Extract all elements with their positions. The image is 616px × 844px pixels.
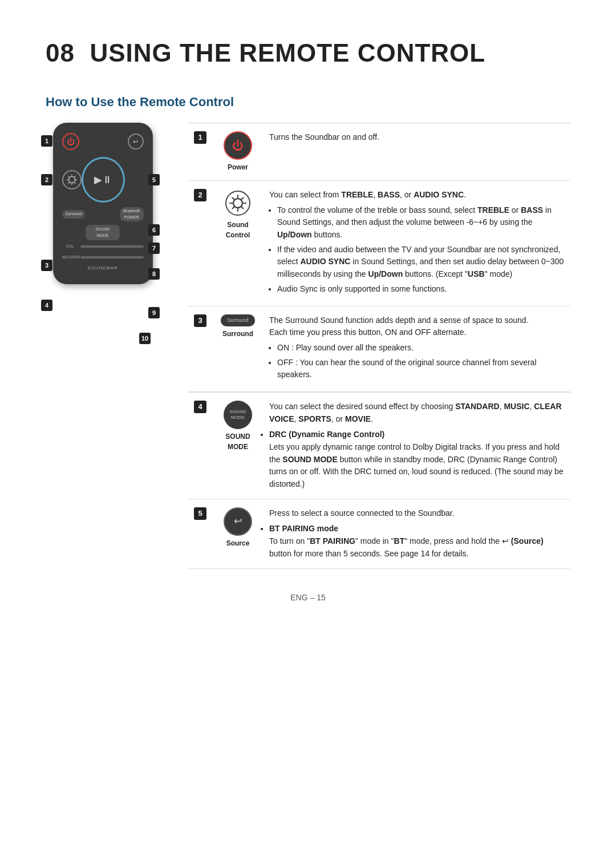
callout-10: 10 [139, 333, 151, 344]
desc-intro-3: The Surround Sound function adds depth a… [269, 316, 529, 337]
icon-cell-5: ↩ Source [212, 499, 264, 568]
callout-7: 7 [148, 243, 160, 254]
icon-cell-1: ⏻ Power [212, 123, 264, 181]
vol-label: VOL [62, 244, 78, 250]
sound-mode-icon: SOUNDMODE [224, 401, 252, 429]
sound-mode-icon-text: SOUNDMODE [230, 409, 246, 420]
bullet-3-2: OFF : You can hear the sound of the orig… [277, 357, 565, 381]
table-row-1: 1 ⏻ Power Turns the Soundbar on and off. [188, 123, 570, 181]
num-cell-4: 4 [188, 392, 212, 499]
surround-icon-label: Surround [218, 329, 258, 339]
icon-cell-4: SOUNDMODE SOUND MODE [212, 392, 264, 499]
desc-cell-5: Press to select a source connected to th… [264, 499, 570, 568]
power-icon-label: Power [218, 162, 258, 172]
woofer-slider [80, 256, 144, 259]
callout-5: 5 [148, 174, 160, 185]
callout-9: 9 [148, 307, 160, 318]
page-footer: ENG – 15 [46, 592, 570, 604]
table-row-4: 4 SOUNDMODE SOUND MODE You can select th… [188, 392, 570, 499]
drc-item: DRC (Dynamic Range Control) Lets you app… [269, 429, 565, 490]
remote-body: ⏻ ↩ ▶⏸ [53, 123, 153, 284]
vol-slider [80, 245, 144, 248]
desc-table: 1 ⏻ Power Turns the Soundbar on and off.… [188, 123, 570, 392]
source-icon-label: Source [218, 538, 258, 548]
bullet-2-3: Audio Sync is only supported in some fun… [277, 283, 565, 296]
gear-large-icon [225, 190, 251, 216]
bt-pairing-desc: To turn on "BT PAIRING" mode in "BT" mod… [269, 536, 544, 558]
circle-nav-remote: ▶⏸ [82, 157, 125, 203]
source-button-remote: ↩ [128, 134, 144, 150]
description-table-top: 1 ⏻ Power Turns the Soundbar on and off.… [188, 123, 570, 569]
callout-6: 6 [148, 224, 160, 236]
woofer-label: WOOFER [62, 255, 78, 261]
desc-cell-3: The Surround Sound function adds depth a… [264, 306, 570, 391]
section-title: How to Use the Remote Control [46, 92, 570, 111]
bullet-2-2: If the video and audio between the TV an… [277, 244, 565, 281]
main-content: 1 2 3 4 5 6 7 8 9 10 ⏻ ↩ [46, 123, 570, 569]
footer-text: ENG – 15 [290, 593, 325, 602]
svg-point-0 [68, 176, 75, 183]
desc-text-1: Turns the Soundbar on and off. [269, 132, 379, 142]
callout-3: 3 [41, 260, 52, 271]
num-cell-5: 5 [188, 499, 212, 568]
source-icon: ↩ [224, 507, 252, 536]
vol-slider-row: VOL [62, 244, 144, 250]
gear-icon [63, 169, 80, 191]
num-box-3: 3 [194, 314, 206, 327]
table-row-5: 5 ↩ Source Press to select a source conn… [188, 499, 570, 568]
sound-control-icon-circle [224, 189, 252, 217]
bullet-2-1: To control the volume of the treble or b… [277, 204, 565, 241]
icon-cell-3: Surround Surround [212, 306, 264, 391]
num-cell-3: 3 [188, 306, 212, 391]
sound-mode-button-remote: SOUNDMODE [86, 225, 120, 240]
desc-intro-5: Press to select a source connected to th… [269, 508, 455, 518]
drc-desc: Lets you apply dynamic range control to … [269, 442, 564, 488]
play-pause-icon: ▶⏸ [94, 172, 112, 188]
callout-2: 2 [41, 174, 52, 185]
woofer-slider-row: WOOFER [62, 255, 144, 261]
page-title: 08 USING THE REMOTE CONTROL [46, 34, 570, 72]
bt-pairing-item: BT PAIRING mode To turn on "BT PAIRING" … [269, 523, 565, 560]
desc-bullets-3: ON : Play sound over all the speakers. O… [277, 342, 565, 381]
table-row-3: 3 Surround Surround The Surround Sound f… [188, 306, 570, 391]
num-box-4: 4 [194, 401, 206, 413]
remote-illustration: 1 2 3 4 5 6 7 8 9 10 ⏻ ↩ [46, 123, 171, 569]
desc-bullets-2: To control the volume of the treble or b… [277, 204, 565, 296]
surround-icon: Surround [221, 314, 255, 327]
num-cell-1: 1 [188, 123, 212, 181]
power-button-remote: ⏻ [62, 133, 79, 150]
desc-table-bottom: 4 SOUNDMODE SOUND MODE You can select th… [188, 392, 570, 569]
svg-point-1 [233, 199, 242, 208]
surround-button-remote: Surround [62, 210, 86, 219]
desc-cell-1: Turns the Soundbar on and off. [264, 123, 570, 181]
desc-drc-list: DRC (Dynamic Range Control) Lets you app… [269, 429, 565, 490]
callout-1: 1 [41, 135, 52, 147]
num-box-2: 2 [194, 189, 206, 201]
desc-cell-2: You can select from TREBLE, BASS, or AUD… [264, 181, 570, 306]
desc-intro-2: You can select from TREBLE, BASS, or AUD… [269, 190, 466, 199]
num-cell-2: 2 [188, 181, 212, 306]
power-icon-circle: ⏻ [224, 131, 252, 160]
callout-8: 8 [148, 268, 160, 280]
desc-cell-4: You can select the desired sound effect … [264, 392, 570, 499]
desc-intro-4: You can select the desired sound effect … [269, 402, 562, 423]
icon-cell-2: Sound Control [212, 181, 264, 306]
table-row-2: 2 Sound Control You can select from TREB… [188, 181, 570, 306]
callout-4: 4 [41, 300, 52, 311]
num-box-5: 5 [194, 507, 206, 520]
sound-control-button-remote [62, 170, 82, 189]
soundbar-label-remote: SOUNDBAR [62, 265, 144, 272]
sound-mode-icon-label: SOUND MODE [218, 431, 258, 452]
desc-bt-list: BT PAIRING mode To turn on "BT PAIRING" … [269, 523, 565, 560]
sound-control-icon-label: Sound Control [218, 220, 258, 240]
bullet-3-1: ON : Play sound over all the speakers. [277, 342, 565, 354]
num-box-1: 1 [194, 131, 206, 144]
bt-power-button-remote: BluetoothPOWER [120, 207, 144, 221]
